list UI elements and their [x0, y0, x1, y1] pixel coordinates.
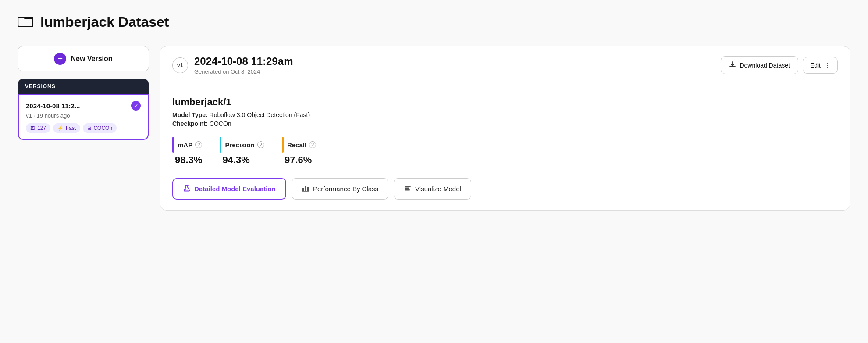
metric-recall-value: 97.6%: [285, 154, 312, 166]
metric-precision-value-row: 94.3%: [220, 154, 264, 166]
map-bar: [172, 137, 174, 153]
version-actions: Download Dataset Edit ⋮: [721, 56, 838, 74]
new-version-button[interactable]: + New Version: [18, 46, 149, 71]
metric-map: mAP ? 98.3%: [172, 137, 202, 166]
versions-header: VERSIONS: [18, 79, 149, 94]
metric-map-value: 98.3%: [175, 154, 202, 166]
version-tag-checkpoint-label: COCOn: [93, 125, 112, 131]
version-title-block: 2024-10-08 11:29am Generated on Oct 8, 2…: [194, 55, 293, 75]
plus-icon: +: [54, 53, 66, 65]
more-icon: ⋮: [824, 62, 830, 69]
version-list-item[interactable]: 2024-10-08 11:2... ✓ v1 · 19 hours ago 🖼…: [18, 94, 149, 140]
metric-recall: Recall ? 97.6%: [282, 137, 316, 166]
version-bar: v1 2024-10-08 11:29am Generated on Oct 8…: [160, 46, 850, 84]
version-item-meta: v1 · 19 hours ago: [26, 112, 141, 119]
detailed-model-evaluation-button[interactable]: Detailed Model Evaluation: [172, 178, 286, 200]
edit-button[interactable]: Edit ⋮: [803, 57, 838, 74]
version-tags: 🖼 127 ⚡ Fast ⊞ COCOn: [26, 123, 141, 133]
new-version-label: New Version: [71, 55, 112, 63]
metric-recall-value-row: 97.6%: [282, 154, 316, 166]
page-header: lumberjack Dataset: [18, 14, 850, 30]
version-tag-images: 🖼 127: [26, 123, 50, 133]
metrics-row: mAP ? 98.3% Precision ? 94.3%: [172, 137, 838, 166]
svg-point-1: [185, 189, 186, 190]
download-label: Download Dataset: [740, 62, 790, 69]
metric-recall-label-row: Recall ?: [282, 137, 316, 153]
grid-icon: ⊞: [87, 125, 91, 131]
recall-bar: [282, 137, 284, 153]
svg-rect-3: [302, 188, 304, 191]
svg-rect-9: [405, 189, 410, 191]
image-icon: 🖼: [30, 125, 35, 131]
version-item-header: 2024-10-08 11:2... ✓: [26, 101, 141, 111]
visualize-model-button[interactable]: Visualize Model: [394, 178, 471, 200]
version-info: v1 2024-10-08 11:29am Generated on Oct 8…: [172, 55, 293, 75]
precision-bar: [220, 137, 221, 153]
version-date: Generated on Oct 8, 2024: [194, 68, 293, 75]
visualize-label: Visualize Model: [415, 185, 461, 193]
svg-rect-8: [405, 188, 409, 189]
version-title: 2024-10-08 11:29am: [194, 55, 293, 68]
model-name: lumberjack/1: [172, 96, 838, 108]
metric-map-label: mAP: [178, 141, 192, 149]
flask-icon: [183, 184, 191, 193]
detailed-eval-label: Detailed Model Evaluation: [194, 185, 276, 193]
metric-precision-label-row: Precision ?: [220, 137, 264, 153]
page-title: lumberjack Dataset: [40, 14, 169, 30]
svg-rect-7: [405, 186, 411, 187]
metric-precision-label: Precision: [225, 141, 255, 149]
metric-map-value-row: 98.3%: [172, 154, 202, 166]
metric-recall-label: Recall: [287, 141, 306, 149]
metric-precision: Precision ? 94.3%: [220, 137, 264, 166]
map-help-icon[interactable]: ?: [195, 141, 202, 148]
edit-label: Edit: [810, 62, 821, 69]
model-type-value: Roboflow 3.0 Object Detection (Fast): [210, 111, 310, 118]
checkpoint-value: COCOn: [210, 120, 231, 127]
download-icon: [729, 61, 736, 69]
list-icon: [404, 184, 412, 193]
bar-chart-icon: [302, 184, 309, 193]
action-buttons-row: Detailed Model Evaluation Performance By…: [172, 178, 838, 200]
version-tag-checkpoint: ⊞ COCOn: [83, 123, 117, 133]
version-tag-images-label: 127: [37, 125, 46, 131]
svg-rect-4: [305, 186, 306, 191]
version-check-icon: ✓: [131, 101, 141, 111]
perf-by-class-label: Performance By Class: [313, 185, 378, 193]
svg-rect-5: [307, 187, 309, 191]
model-info-section: lumberjack/1 Model Type: Roboflow 3.0 Ob…: [160, 84, 850, 210]
checkpoint-label: Checkpoint:: [172, 120, 208, 127]
metric-precision-value: 94.3%: [222, 154, 249, 166]
recall-help-icon[interactable]: ?: [309, 141, 316, 148]
performance-by-class-button[interactable]: Performance By Class: [292, 178, 388, 200]
version-tag-speed: ⚡ Fast: [53, 123, 80, 133]
versions-panel: VERSIONS 2024-10-08 11:2... ✓ v1 · 19 ho…: [18, 79, 149, 140]
main-layout: + New Version VERSIONS 2024-10-08 11:2..…: [18, 46, 850, 211]
sidebar: + New Version VERSIONS 2024-10-08 11:2..…: [18, 46, 149, 140]
model-type-row: Model Type: Roboflow 3.0 Object Detectio…: [172, 111, 838, 118]
lightning-icon: ⚡: [57, 125, 64, 131]
content-panel: v1 2024-10-08 11:29am Generated on Oct 8…: [160, 46, 850, 211]
download-dataset-button[interactable]: Download Dataset: [721, 56, 798, 74]
svg-point-2: [187, 190, 188, 191]
metric-map-label-row: mAP ?: [172, 137, 202, 153]
version-badge: v1: [172, 57, 188, 73]
precision-help-icon[interactable]: ?: [257, 141, 264, 148]
version-item-name: 2024-10-08 11:2...: [26, 102, 80, 110]
version-tag-speed-label: Fast: [66, 125, 76, 131]
model-type-label: Model Type:: [172, 111, 208, 118]
checkpoint-row: Checkpoint: COCOn: [172, 120, 838, 127]
folder-icon: [18, 14, 33, 30]
